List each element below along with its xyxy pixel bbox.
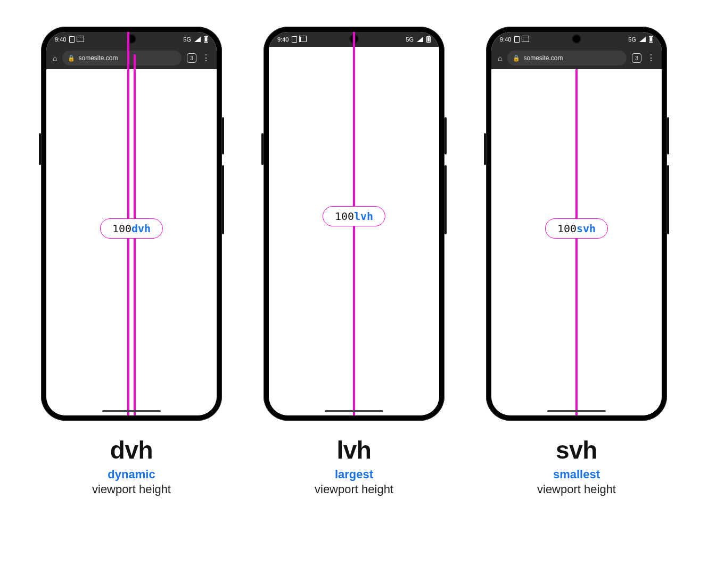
- caption-sub: viewport height: [92, 483, 171, 496]
- lock-icon: 🔒: [513, 55, 520, 62]
- gesture-bar: [325, 410, 383, 412]
- tab-count[interactable]: 3: [187, 53, 196, 63]
- signal-icon: [194, 37, 201, 42]
- phone-frame: 9:405G⌂🔒somesite.com3⋮100svh: [486, 27, 667, 421]
- measure-unit: lvh: [354, 210, 373, 223]
- caption-modifier: largest: [315, 468, 393, 481]
- diagram-row: 9:405G⌂🔒somesite.com3⋮100dvhdvhdynamicvi…: [33, 27, 675, 496]
- measure-value: 100: [557, 222, 577, 235]
- panel-svh: 9:405G⌂🔒somesite.com3⋮100svhsvhsmallestv…: [478, 27, 675, 496]
- measure-value: 100: [112, 222, 131, 235]
- measure-value: 100: [335, 210, 354, 223]
- measure-badge: 100lvh: [323, 206, 385, 226]
- panel-dvh: 9:405G⌂🔒somesite.com3⋮100dvhdvhdynamicvi…: [33, 27, 230, 496]
- panel-lvh: 9:405G100lvhlvhlargestviewport height: [256, 27, 452, 496]
- measure-line: [575, 69, 578, 415]
- network-label: 5G: [406, 36, 414, 43]
- signal-icon: [639, 37, 646, 42]
- phone-screen: 9:405G100lvh: [269, 32, 439, 415]
- url-text: somesite.com: [523, 54, 563, 62]
- caption: dvhdynamicviewport height: [92, 436, 171, 496]
- phone-screen: 9:405G⌂🔒somesite.com3⋮100dvh: [46, 32, 217, 415]
- measure-unit: svh: [577, 222, 596, 235]
- signal-icon: [417, 37, 423, 42]
- status-time: 9:40: [55, 36, 66, 43]
- battery-icon: [649, 36, 653, 43]
- battery-icon: [204, 36, 208, 43]
- browser-bar: ⌂🔒somesite.com3⋮: [46, 47, 217, 69]
- url-bar[interactable]: 🔒somesite.com: [62, 51, 182, 66]
- network-label: 5G: [183, 36, 191, 43]
- status-time: 9:40: [277, 36, 289, 43]
- menu-icon[interactable]: ⋮: [202, 54, 210, 62]
- status-bar: 9:405G: [46, 32, 217, 47]
- camera-hole: [573, 35, 580, 43]
- home-icon[interactable]: ⌂: [498, 54, 502, 62]
- measure-badge: 100svh: [545, 218, 608, 239]
- phone-frame: 9:405G⌂🔒somesite.com3⋮100dvh: [41, 27, 222, 421]
- status-time: 9:40: [500, 36, 511, 43]
- url-text: somesite.com: [78, 54, 118, 62]
- caption-modifier: smallest: [537, 468, 616, 481]
- caption: lvhlargestviewport height: [315, 436, 393, 496]
- page-icon: [69, 36, 75, 43]
- phone-screen: 9:405G⌂🔒somesite.com3⋮100svh: [491, 32, 662, 415]
- page-icon: [292, 36, 297, 43]
- caption-sub: viewport height: [315, 483, 393, 496]
- caption: svhsmallestviewport height: [537, 436, 616, 496]
- gesture-bar: [547, 410, 606, 412]
- caption-unit: lvh: [315, 436, 393, 464]
- battery-icon: [426, 36, 431, 43]
- page-viewport: 100dvh: [46, 69, 217, 415]
- status-bar: 9:405G: [491, 32, 662, 47]
- measure-badge: 100dvh: [100, 218, 163, 239]
- measure-unit: dvh: [131, 222, 151, 235]
- stack-icon: [523, 37, 529, 42]
- url-bar[interactable]: 🔒somesite.com: [507, 51, 627, 66]
- network-label: 5G: [628, 36, 636, 43]
- phone-frame: 9:405G100lvh: [264, 27, 444, 421]
- gesture-bar: [102, 410, 161, 412]
- menu-icon[interactable]: ⋮: [647, 54, 655, 62]
- stack-icon: [78, 37, 84, 42]
- lock-icon: 🔒: [68, 55, 75, 62]
- caption-unit: dvh: [92, 436, 171, 464]
- stack-icon: [300, 37, 307, 42]
- caption-unit: svh: [537, 436, 616, 464]
- page-viewport: 100lvh: [269, 47, 439, 415]
- page-icon: [514, 36, 520, 43]
- page-viewport: 100svh: [491, 69, 662, 415]
- browser-bar: ⌂🔒somesite.com3⋮: [491, 47, 662, 69]
- caption-sub: viewport height: [537, 483, 616, 496]
- home-icon[interactable]: ⌂: [53, 54, 57, 62]
- tab-count[interactable]: 3: [632, 53, 641, 63]
- caption-modifier: dynamic: [92, 468, 171, 481]
